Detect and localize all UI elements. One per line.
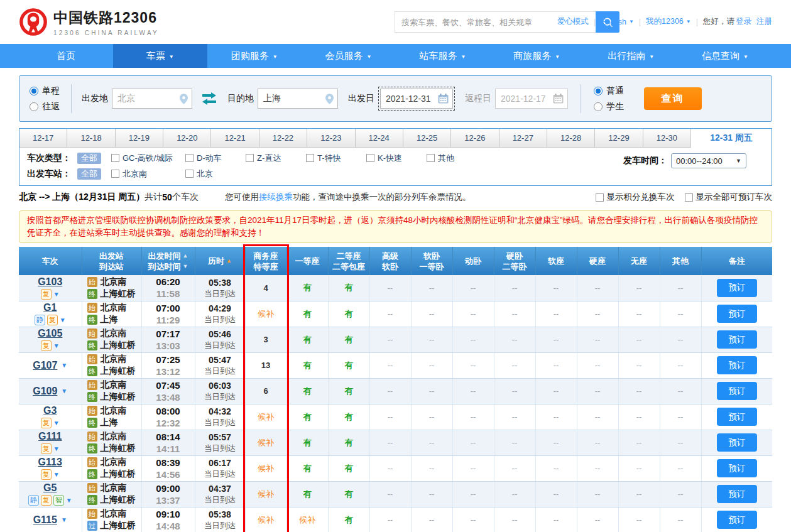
column-header[interactable]: 其他 xyxy=(660,247,701,275)
train-code-link[interactable]: G3 xyxy=(43,405,57,416)
train-code-link[interactable]: G5 xyxy=(43,482,57,494)
filter-checkbox[interactable]: 北京南 xyxy=(111,168,185,180)
nav-item[interactable]: 首页 xyxy=(19,44,113,68)
to-station-input[interactable]: 上海 xyxy=(258,89,338,109)
english-link[interactable]: English▼ xyxy=(601,18,634,26)
date-tab[interactable]: 12-29 xyxy=(595,129,643,148)
date-tab-active[interactable]: 12-31 周五 xyxy=(691,129,772,148)
sort-up-icon[interactable]: ▲ xyxy=(226,256,232,266)
expand-icon[interactable]: ▼ xyxy=(53,445,60,452)
nav-item[interactable]: 团购服务▼ xyxy=(207,44,302,68)
expand-icon[interactable]: ▼ xyxy=(60,317,66,323)
sort-down-icon[interactable]: ▼ xyxy=(183,261,188,272)
column-header[interactable]: 高级软卧 xyxy=(369,247,411,275)
nav-item[interactable]: 会员服务▼ xyxy=(302,44,396,68)
show-all-bookable-checkbox[interactable]: 显示全部可预订车次 xyxy=(685,192,773,203)
filter-checkbox[interactable]: GC-高铁/城际 xyxy=(111,153,185,164)
train-type-all-badge[interactable]: 全部 xyxy=(77,153,101,164)
book-button[interactable]: 预订 xyxy=(717,433,757,452)
date-tab[interactable]: 12-17 xyxy=(19,129,67,148)
depart-station-all-badge[interactable]: 全部 xyxy=(77,168,101,180)
expand-icon[interactable]: ▼ xyxy=(61,516,67,523)
show-points-checkbox[interactable]: 显示积分兑换车次 xyxy=(596,192,675,203)
date-tab[interactable]: 12-18 xyxy=(67,129,115,148)
departure-time-select[interactable]: 00:00--24:00 ▼ xyxy=(671,153,746,168)
login-link[interactable]: 登录 xyxy=(736,16,751,27)
transfer-link[interactable]: 接续换乘 xyxy=(259,192,293,202)
book-button[interactable]: 预订 xyxy=(717,511,757,529)
expand-icon[interactable]: ▼ xyxy=(53,420,60,426)
expand-icon[interactable]: ▼ xyxy=(53,291,60,298)
register-link[interactable]: 注册 xyxy=(756,16,772,27)
book-button[interactable]: 预订 xyxy=(717,305,757,323)
date-tab[interactable]: 12-25 xyxy=(403,129,451,148)
swap-stations-button[interactable] xyxy=(201,92,217,105)
column-header[interactable]: 备注 xyxy=(701,247,772,275)
date-tab[interactable]: 12-19 xyxy=(116,129,163,148)
filter-checkbox[interactable]: 其他 xyxy=(427,153,471,164)
column-header[interactable]: 硬座 xyxy=(577,247,618,275)
train-code-link[interactable]: G103 xyxy=(38,276,62,288)
column-header[interactable]: 出发时间▲到达时间▼ xyxy=(141,247,195,275)
nav-item[interactable]: 商旅服务▼ xyxy=(489,44,584,68)
column-header[interactable]: 软卧一等卧 xyxy=(411,247,452,275)
train-code-link[interactable]: G105 xyxy=(38,328,62,339)
date-tab[interactable]: 12-20 xyxy=(163,129,211,148)
query-button[interactable]: 查询 xyxy=(644,87,702,110)
book-button[interactable]: 预订 xyxy=(717,485,757,503)
expand-icon[interactable]: ▼ xyxy=(61,388,67,394)
date-tab[interactable]: 12-30 xyxy=(643,129,691,148)
expand-icon[interactable]: ▼ xyxy=(66,497,72,504)
column-header[interactable]: 动卧 xyxy=(452,247,494,275)
expand-icon[interactable]: ▼ xyxy=(53,342,60,349)
book-button[interactable]: 预订 xyxy=(717,356,757,374)
column-header[interactable]: 二等座二等包座 xyxy=(328,247,369,275)
book-button[interactable]: 预订 xyxy=(717,330,757,349)
trip-type-radio[interactable]: 往返 xyxy=(30,101,60,112)
train-code-link[interactable]: G111 xyxy=(38,431,62,442)
train-code-link[interactable]: G1 xyxy=(43,302,57,313)
column-header[interactable]: 软座 xyxy=(535,247,577,275)
logo[interactable]: 中国铁路12306 12306 CHINA RAILWAY xyxy=(19,8,159,36)
book-button[interactable]: 预订 xyxy=(717,382,757,400)
train-code-link[interactable]: G107 xyxy=(33,360,57,371)
date-tab[interactable]: 12-23 xyxy=(307,129,355,148)
date-tab[interactable]: 12-27 xyxy=(499,129,547,148)
sort-up-icon[interactable]: ▲ xyxy=(183,251,188,261)
expand-icon[interactable]: ▼ xyxy=(61,362,67,369)
date-tab[interactable]: 12-26 xyxy=(451,129,499,148)
column-header[interactable]: 硬卧二等卧 xyxy=(494,247,535,275)
from-station-input[interactable]: 北京 xyxy=(112,89,192,109)
return-date-input[interactable]: 2021-12-17 xyxy=(495,89,568,109)
passenger-type-radio[interactable]: 普通 xyxy=(594,85,624,97)
filter-checkbox[interactable]: 北京 xyxy=(185,168,246,180)
nav-item[interactable]: 车票▼ xyxy=(113,44,207,68)
date-tab[interactable]: 12-28 xyxy=(547,129,595,148)
my-12306-link[interactable]: 我的12306▼ xyxy=(646,16,691,27)
book-button[interactable]: 预订 xyxy=(717,279,757,297)
book-button[interactable]: 预订 xyxy=(717,408,757,426)
train-code-link[interactable]: G109 xyxy=(33,386,57,397)
train-code-link[interactable]: G113 xyxy=(38,457,62,468)
column-header[interactable]: 出发站到达站 xyxy=(82,247,141,275)
nav-item[interactable]: 出行指南▼ xyxy=(584,44,678,68)
column-header[interactable]: 车次 xyxy=(19,247,82,275)
train-code-link[interactable]: G115 xyxy=(33,514,57,526)
care-mode-link[interactable]: 爱心模式 xyxy=(557,16,589,27)
column-header[interactable]: 无座 xyxy=(618,247,660,275)
filter-checkbox[interactable]: D-动车 xyxy=(185,153,246,164)
trip-type-radio[interactable]: 单程 xyxy=(30,85,60,97)
column-header[interactable]: 历时▲ xyxy=(195,247,245,275)
column-header[interactable]: 商务座特等座 xyxy=(245,247,286,275)
nav-item[interactable]: 站车服务▼ xyxy=(396,44,490,68)
filter-checkbox[interactable]: K-快速 xyxy=(366,153,427,164)
date-tab[interactable]: 12-24 xyxy=(356,129,403,148)
column-header[interactable]: 一等座 xyxy=(286,247,328,275)
filter-checkbox[interactable]: T-特快 xyxy=(306,153,366,164)
passenger-type-radio[interactable]: 学生 xyxy=(594,101,624,112)
nav-item[interactable]: 信息查询▼ xyxy=(678,44,772,68)
depart-date-input[interactable]: 2021-12-31 xyxy=(380,89,453,109)
filter-checkbox[interactable]: Z-直达 xyxy=(246,153,306,164)
date-tab[interactable]: 12-22 xyxy=(259,129,307,148)
date-tab[interactable]: 12-21 xyxy=(211,129,259,148)
